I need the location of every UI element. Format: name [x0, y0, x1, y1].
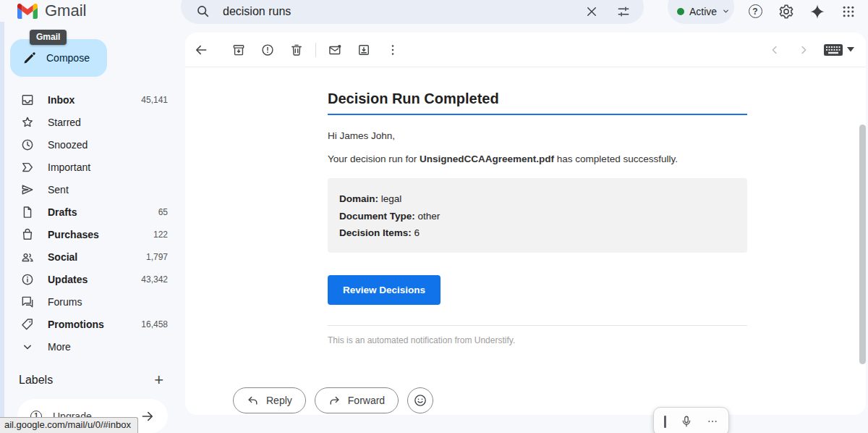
- microphone-icon[interactable]: [680, 415, 693, 428]
- detail-line: Document Type: other: [339, 208, 736, 225]
- forward-button[interactable]: Forward: [315, 387, 399, 413]
- email-toolbar: [185, 33, 866, 67]
- email-filename: UnsignedCCAAgreement.pdf: [420, 154, 554, 164]
- gmail-wordmark: Gmail: [45, 1, 86, 20]
- clock-icon: [20, 138, 35, 152]
- sidebar-item-sent[interactable]: Sent: [6, 178, 175, 201]
- mark-unread-icon[interactable]: [320, 35, 349, 64]
- gmail-logo[interactable]: Gmail: [17, 1, 86, 20]
- active-status-dot: [677, 8, 684, 15]
- newer-chevron-icon[interactable]: [760, 35, 789, 64]
- people-icon: [20, 250, 35, 264]
- sidebar-item-purchases[interactable]: Purchases 122: [6, 223, 175, 245]
- sidebar-item-more[interactable]: More: [6, 335, 175, 358]
- older-chevron-icon[interactable]: [789, 35, 818, 64]
- forward-arrow-icon: [328, 395, 341, 407]
- star-icon: [20, 115, 35, 130]
- text-cursor-icon: [664, 416, 666, 428]
- sidebar-item-label: Purchases: [48, 229, 153, 240]
- emoji-reaction-button[interactable]: [407, 387, 433, 413]
- gmail-m-icon: [17, 4, 38, 19]
- send-icon: [20, 182, 35, 197]
- move-to-icon[interactable]: [349, 35, 378, 64]
- email-title: Decision Run Completed: [328, 91, 747, 107]
- inbox-icon: [20, 93, 35, 107]
- more-options-icon[interactable]: [378, 35, 407, 64]
- sidebar-item-social[interactable]: Social 1,797: [6, 245, 175, 268]
- create-label-plus-icon[interactable]: +: [154, 373, 163, 387]
- sidebar-item-count: 43,342: [141, 274, 168, 285]
- sidebar-item-count: 122: [153, 230, 168, 240]
- status-label: Active: [689, 6, 717, 17]
- sidebar-item-label: Inbox: [48, 94, 141, 106]
- search-input[interactable]: decision runs: [223, 5, 583, 18]
- arrow-right-icon: [140, 409, 155, 424]
- compose-label: Compose: [46, 52, 90, 64]
- help-icon[interactable]: ?: [746, 3, 764, 20]
- apps-grid-icon[interactable]: [840, 3, 857, 20]
- scrollbar-thumb[interactable]: [859, 125, 866, 364]
- detail-line: Domain: legal: [339, 190, 736, 208]
- labels-header: Labels: [19, 374, 53, 387]
- sidebar-item-starred[interactable]: Starred: [6, 111, 175, 133]
- sidebar-item-drafts[interactable]: Drafts 65: [6, 201, 175, 223]
- sidebar-item-snoozed[interactable]: Snoozed: [6, 133, 175, 156]
- review-decisions-button[interactable]: Review Decisions: [328, 275, 441, 305]
- email-body: Decision Run Completed Hi James John, Yo…: [328, 91, 747, 345]
- sidebar-item-forums[interactable]: Forums: [6, 290, 175, 313]
- email-body-line: Your decision run for UnsignedCCAAgreeme…: [328, 154, 747, 164]
- email-greeting: Hi James John,: [328, 130, 747, 141]
- reply-actions: Reply Forward: [233, 387, 433, 413]
- sidebar-item-label: Updates: [48, 274, 141, 285]
- toolbar-separator: [315, 43, 316, 57]
- email-details-box: Domain: legalDocument Type: otherDecisio…: [328, 178, 747, 253]
- sidebar-item-count: 1,797: [146, 252, 168, 262]
- header-icons: ?: [746, 0, 857, 22]
- chat-icon: [20, 295, 35, 309]
- sidebar-item-label: Forums: [48, 296, 168, 308]
- input-method-selector[interactable]: [824, 44, 854, 56]
- report-spam-icon[interactable]: [253, 35, 282, 64]
- sidebar-item-label: Snoozed: [48, 139, 168, 151]
- detail-line: Decision Items: 6: [339, 224, 736, 242]
- important-icon: [20, 160, 35, 175]
- info-icon: [20, 272, 35, 287]
- gemini-icon[interactable]: [809, 3, 826, 20]
- settings-gear-icon[interactable]: [778, 3, 795, 20]
- dictation-toolbar[interactable]: [653, 407, 729, 433]
- search-bar[interactable]: decision runs: [181, 0, 644, 24]
- reply-arrow-icon: [247, 395, 259, 407]
- sidebar-item-label: Important: [48, 161, 168, 173]
- left-edge-strip: [0, 22, 4, 433]
- sidebar-item-promotions[interactable]: Promotions 16,458: [6, 313, 175, 335]
- delete-trash-icon[interactable]: [282, 35, 311, 64]
- keyboard-dropdown-caret-icon: [847, 47, 854, 52]
- sidebar-item-count: 65: [158, 207, 168, 217]
- sidebar-item-label: Social: [48, 251, 146, 263]
- email-footer-divider: [328, 325, 747, 326]
- tag-icon: [20, 317, 35, 332]
- forward-label: Forward: [348, 395, 385, 406]
- search-icon: [194, 3, 211, 20]
- status-selector[interactable]: Active: [668, 0, 734, 24]
- keyboard-icon: [824, 44, 843, 56]
- dictation-more-icon[interactable]: [707, 416, 718, 427]
- search-options-icon[interactable]: [615, 3, 632, 20]
- draft-icon: [20, 205, 35, 219]
- reply-button[interactable]: Reply: [233, 387, 306, 413]
- clear-search-icon[interactable]: [583, 3, 600, 20]
- sidebar-item-label: Drafts: [48, 206, 158, 218]
- email-view-card: Decision Run Completed Hi James John, Yo…: [185, 33, 866, 415]
- sidebar-item-inbox[interactable]: Inbox 45,141: [6, 88, 175, 111]
- sidebar-item-label: Sent: [48, 184, 168, 196]
- pencil-icon: [22, 51, 37, 65]
- back-arrow-icon[interactable]: [187, 35, 216, 64]
- sidebar-item-label: Promotions: [48, 319, 141, 330]
- sidebar-item-label: Starred: [48, 117, 168, 128]
- reply-label: Reply: [266, 395, 292, 406]
- sidebar-item-updates[interactable]: Updates 43,342: [6, 268, 175, 290]
- bag-icon: [20, 227, 35, 242]
- sidebar-item-important[interactable]: Important: [6, 156, 175, 178]
- chevron-down-icon: [20, 340, 35, 354]
- archive-icon[interactable]: [224, 35, 253, 64]
